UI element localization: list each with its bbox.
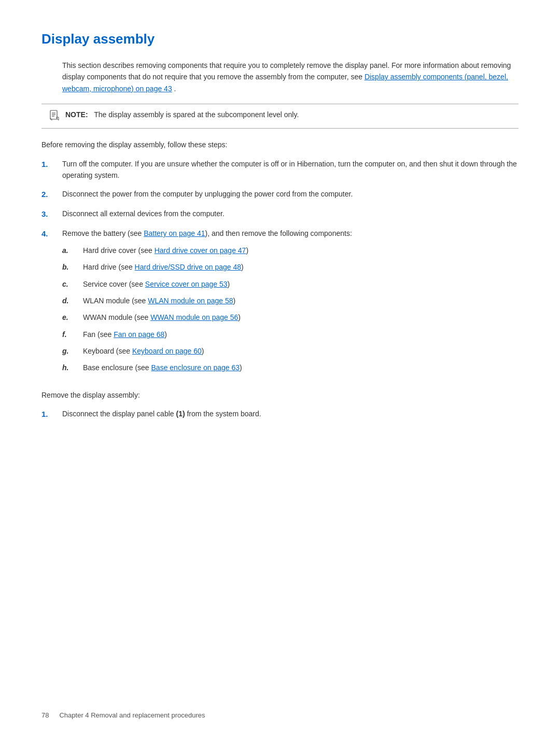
keyboard-link[interactable]: Keyboard on page 60 xyxy=(132,347,202,355)
note-icon: ✎ xyxy=(49,110,60,123)
sub-b-before: Hard drive (see xyxy=(83,263,135,271)
step-number: 1. xyxy=(41,158,62,181)
battery-link[interactable]: Battery on page 41 xyxy=(144,229,205,237)
before-steps-label: Before removing the display assembly, fo… xyxy=(41,139,519,150)
sub-f-before: Fan (see xyxy=(83,330,114,339)
sub-content: Fan (see Fan on page 68) xyxy=(83,329,519,340)
step-content: Disconnect the power from the computer b… xyxy=(62,188,519,201)
sub-b-after: ) xyxy=(241,263,244,271)
wlan-link[interactable]: WLAN module on page 58 xyxy=(148,297,233,305)
sub-a-before: Hard drive cover (see xyxy=(83,246,155,255)
footer-page-number: 78 xyxy=(41,711,49,719)
sub-e-before: WWAN module (see xyxy=(83,313,150,321)
step-content: Turn off the computer. If you are unsure… xyxy=(62,158,519,181)
service-cover-link[interactable]: Service cover on page 53 xyxy=(145,280,228,288)
intro-paragraph: This section describes removing componen… xyxy=(62,60,519,94)
remove-steps-list: 1. Disconnect the display panel cable (1… xyxy=(41,408,519,420)
remove-step1-after: from the system board. xyxy=(185,410,261,418)
sub-a-after: ) xyxy=(246,246,248,255)
sub-content: Hard drive cover (see Hard drive cover o… xyxy=(83,245,519,256)
sub-g-after: ) xyxy=(202,347,204,355)
sub-content: Base enclosure (see Base enclosure on pa… xyxy=(83,362,519,373)
sub-item: d. WLAN module (see WLAN module on page … xyxy=(62,295,519,306)
step-number: 1. xyxy=(41,408,62,420)
sub-item: f. Fan (see Fan on page 68) xyxy=(62,329,519,340)
sub-letter: d. xyxy=(62,295,83,306)
sub-letter: h. xyxy=(62,362,83,373)
sub-h-after: ) xyxy=(240,363,242,372)
note-label: NOTE: xyxy=(65,110,88,119)
page-content: Display assembly This section describes … xyxy=(41,31,519,420)
sub-item: g. Keyboard (see Keyboard on page 60) xyxy=(62,345,519,357)
intro-text-after: . xyxy=(174,85,176,93)
sub-letter: c. xyxy=(62,278,83,290)
sub-h-before: Base enclosure (see xyxy=(83,363,151,372)
sub-letter: e. xyxy=(62,312,83,323)
list-item: 2. Disconnect the power from the compute… xyxy=(41,188,519,201)
remove-step1-bold: (1) xyxy=(176,410,185,418)
sub-g-before: Keyboard (see xyxy=(83,347,132,355)
sub-e-after: ) xyxy=(238,313,241,321)
sub-letter: a. xyxy=(62,245,83,256)
sub-d-before: WLAN module (see xyxy=(83,297,148,305)
sub-d-after: ) xyxy=(233,297,236,305)
page-title: Display assembly xyxy=(41,31,519,47)
svg-text:✎: ✎ xyxy=(50,118,53,121)
sub-item: b. Hard drive (see Hard drive/SSD drive … xyxy=(62,261,519,273)
sub-content: Hard drive (see Hard drive/SSD drive on … xyxy=(83,261,519,273)
list-item: 1. Turn off the computer. If you are uns… xyxy=(41,158,519,181)
sub-content: WLAN module (see WLAN module on page 58) xyxy=(83,295,519,306)
sub-content: Service cover (see Service cover on page… xyxy=(83,278,519,290)
sub-content: WWAN module (see WWAN module on page 56) xyxy=(83,312,519,323)
step-content: Disconnect all external devices from the… xyxy=(62,208,519,220)
hdd-link[interactable]: Hard drive/SSD drive on page 48 xyxy=(135,263,241,271)
list-item: 3. Disconnect all external devices from … xyxy=(41,208,519,220)
step4-text-after: ), and then remove the following compone… xyxy=(205,229,352,237)
footer-chapter-text: Chapter 4 Removal and replacement proced… xyxy=(59,711,205,719)
note-content: NOTE: The display assembly is spared at … xyxy=(65,109,299,120)
sub-c-after: ) xyxy=(228,280,230,288)
note-box: ✎ NOTE: The display assembly is spared a… xyxy=(41,104,519,129)
fan-link[interactable]: Fan on page 68 xyxy=(114,330,164,339)
sub-content: Keyboard (see Keyboard on page 60) xyxy=(83,345,519,357)
list-item: 4. Remove the battery (see Battery on pa… xyxy=(41,228,519,379)
base-enclosure-link[interactable]: Base enclosure on page 63 xyxy=(151,363,240,372)
sub-item: h. Base enclosure (see Base enclosure on… xyxy=(62,362,519,373)
sub-c-before: Service cover (see xyxy=(83,280,145,288)
sub-letter: g. xyxy=(62,345,83,357)
step-number: 3. xyxy=(41,208,62,220)
step-number: 2. xyxy=(41,188,62,201)
sub-steps-list: a. Hard drive cover (see Hard drive cove… xyxy=(62,245,519,374)
sub-f-after: ) xyxy=(164,330,167,339)
page-footer: 78 Chapter 4 Removal and replacement pro… xyxy=(41,711,519,719)
remove-step1-before: Disconnect the display panel cable xyxy=(62,410,176,418)
hdd-cover-link[interactable]: Hard drive cover on page 47 xyxy=(155,246,246,255)
step-content: Disconnect the display panel cable (1) f… xyxy=(62,408,519,420)
note-text: The display assembly is spared at the su… xyxy=(94,110,299,119)
sub-letter: f. xyxy=(62,329,83,340)
sub-item: a. Hard drive cover (see Hard drive cove… xyxy=(62,245,519,256)
list-item: 1. Disconnect the display panel cable (1… xyxy=(41,408,519,420)
step-content: Remove the battery (see Battery on page … xyxy=(62,228,519,379)
steps-list: 1. Turn off the computer. If you are uns… xyxy=(41,158,519,379)
sub-item: e. WWAN module (see WWAN module on page … xyxy=(62,312,519,323)
note-svg-icon: ✎ xyxy=(49,110,60,121)
wwan-link[interactable]: WWAN module on page 56 xyxy=(150,313,238,321)
sub-item: c. Service cover (see Service cover on p… xyxy=(62,278,519,290)
step-number: 4. xyxy=(41,228,62,379)
remove-section-label: Remove the display assembly: xyxy=(41,389,519,401)
sub-letter: b. xyxy=(62,261,83,273)
step4-text-before: Remove the battery (see xyxy=(62,229,144,237)
